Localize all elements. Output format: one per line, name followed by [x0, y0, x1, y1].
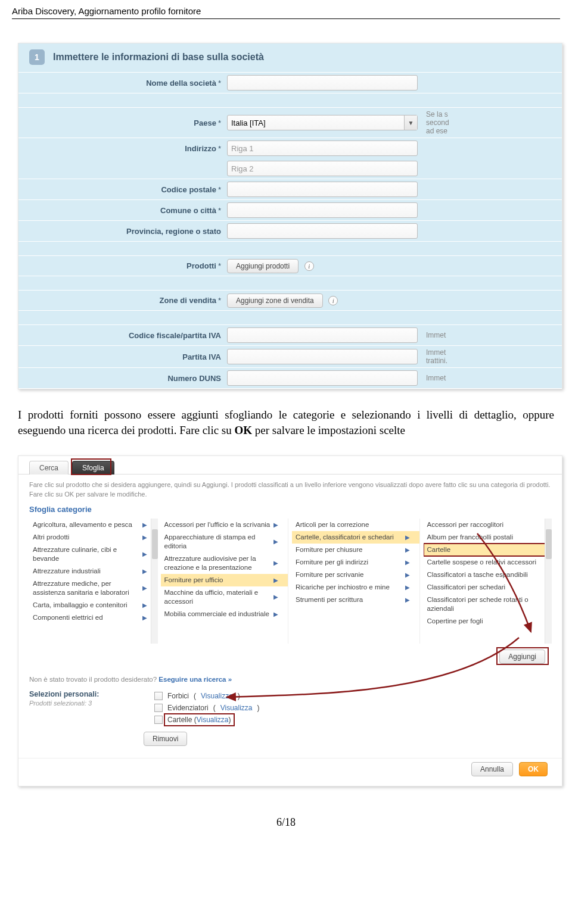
add-zones-button[interactable]: Aggiungi zone di vendita	[227, 294, 323, 308]
doc-header: Ariba Discovery, Aggiornamento profilo f…	[0, 0, 572, 18]
cat-item[interactable]: Cartelle sospese o relativi accessori	[424, 556, 551, 569]
cat-item[interactable]: Copertine per fogli	[424, 615, 551, 628]
cat-item[interactable]: Attrezzature culinarie, cibi e bevande▶	[29, 544, 157, 565]
visualizza-link[interactable]: Visualizza	[197, 716, 229, 724]
input-address-1[interactable]	[227, 141, 418, 156]
cat-item[interactable]: Apparecchiature di stampa ed editoria▶	[161, 531, 288, 552]
label-province: Provincia, regione o stato	[18, 227, 227, 236]
not-found-row: Non è stato trovato il prodotto desidera…	[18, 670, 562, 684]
cat-item[interactable]: Classificatori a tasche espandibili	[424, 569, 551, 581]
selection-item: Evidenziatori (Visualizza)	[154, 702, 260, 714]
label-city: Comune o città*	[18, 206, 227, 215]
cat-item[interactable]: Ricariche per inchiostro e mine▶	[292, 581, 419, 594]
label-products: Prodotti*	[18, 261, 227, 270]
cat-item[interactable]: Forniture per chiusure▶	[292, 544, 419, 556]
info-icon[interactable]: i	[304, 261, 314, 271]
label-fiscal: Codice fiscale/partita IVA	[18, 331, 227, 340]
visualizza-link[interactable]: Visualizza	[220, 704, 253, 712]
input-duns[interactable]	[227, 370, 418, 386]
help-duns: Immet	[424, 374, 446, 382]
cat-item[interactable]: Mobilia commerciale ed industriale▶	[161, 608, 288, 620]
checkbox[interactable]	[154, 692, 163, 700]
cat-item[interactable]: Classificatori per schedari	[424, 581, 551, 594]
label-country: Paese*	[18, 118, 227, 127]
cat-item[interactable]: Attrezzature audiovisive per la creazion…	[161, 552, 288, 574]
add-button[interactable]: Aggiungi	[499, 650, 545, 664]
header-rule	[12, 18, 560, 19]
step-header: 1 Immettere le informazioni di base sull…	[18, 43, 562, 73]
tab-browse[interactable]: Sfoglia	[72, 461, 114, 475]
scrollbar[interactable]	[545, 519, 552, 644]
page-number: 6/18	[0, 786, 572, 841]
input-postal[interactable]	[227, 182, 418, 197]
add-products-button[interactable]: Aggiungi prodotti	[227, 259, 299, 273]
selections-title: Selezioni personali:	[29, 690, 136, 698]
label-vat: Partita IVA	[18, 352, 227, 361]
cat-item[interactable]: Macchine da ufficio, materiali e accesso…	[161, 586, 288, 608]
cat-item[interactable]: Attrezzature mediche, per assistenza san…	[29, 578, 157, 599]
cat-item[interactable]: Album per francobolli postali	[424, 531, 551, 544]
label-postal: Codice postale*	[18, 185, 227, 194]
remove-button[interactable]: Rimuovi	[144, 732, 187, 746]
step-title: Immettere le informazioni di base sulla …	[53, 52, 264, 63]
input-province[interactable]	[227, 223, 418, 239]
cat-item[interactable]: Attrezzature industriali▶	[29, 565, 157, 578]
cat-item-highlighted[interactable]: Cartelle	[424, 544, 551, 556]
category-columns: Agricoltura, allevamento e pesca▶ Altri …	[18, 519, 562, 647]
tab-search[interactable]: Cerca	[29, 461, 69, 475]
instruction-text: Fare clic sul prodotto che si desidera a…	[18, 475, 562, 504]
body-paragraph: I prodotti forniti possono essere aggiun…	[18, 407, 554, 438]
label-zones: Zone di vendita*	[18, 296, 227, 305]
ok-button[interactable]: OK	[519, 762, 548, 776]
label-duns: Numero DUNS	[18, 374, 227, 383]
browse-subhead: Sfoglia categorie	[18, 504, 562, 519]
cat-item[interactable]: Forniture per scrivanie▶	[292, 569, 419, 581]
selection-item: Cartelle (Visualizza)	[154, 714, 260, 726]
scrollbar[interactable]	[151, 519, 158, 644]
cancel-button[interactable]: Annulla	[471, 762, 513, 776]
cat-item-selected[interactable]: Cartelle, classificatori e schedari▶	[292, 531, 419, 544]
cat-item[interactable]: Strumenti per scrittura▶	[292, 594, 419, 606]
cat-item[interactable]: Forniture per gli indirizzi▶	[292, 556, 419, 569]
cat-item-selected[interactable]: Forniture per ufficio▶	[161, 574, 288, 586]
cat-item[interactable]: Altri prodotti▶	[29, 531, 157, 544]
form-screenshot: 1 Immettere le informazioni di base sull…	[18, 43, 562, 389]
select-country[interactable]: Italia [ITA]	[227, 115, 418, 130]
label-address: Indirizzo*	[18, 144, 227, 153]
cat-item[interactable]: Accessori per l'ufficio e la scrivania▶	[161, 519, 288, 531]
help-country: Se la s second ad ese	[424, 110, 449, 135]
input-fiscal[interactable]	[227, 327, 418, 343]
cat-item[interactable]: Componenti elettrici ed▶	[29, 611, 157, 624]
help-fiscal: Immet	[424, 331, 446, 339]
cat-item[interactable]: Articoli per la correzione	[292, 519, 419, 531]
input-city[interactable]	[227, 202, 418, 218]
info-icon[interactable]: i	[328, 296, 338, 305]
cat-item[interactable]: Carta, imballaggio e contenitori▶	[29, 599, 157, 611]
label-company: Nome della società*	[18, 79, 227, 88]
step-badge: 1	[29, 49, 45, 65]
selection-item: Forbici (Visualizza)	[154, 690, 260, 702]
selections-count: Prodotti selezionati: 3	[29, 700, 136, 707]
input-company[interactable]	[227, 75, 418, 90]
checkbox[interactable]	[154, 704, 163, 712]
cat-item[interactable]: Accessori per raccoglitori	[424, 519, 551, 531]
checkbox[interactable]	[154, 716, 163, 724]
browse-screenshot: Cerca Sfoglia Fare clic sul prodotto che…	[18, 455, 562, 786]
cat-item[interactable]: Classificatori per schede rotanti o azie…	[424, 594, 551, 615]
cat-item[interactable]: Agricoltura, allevamento e pesca▶	[29, 519, 157, 531]
help-vat: Immettrattini.	[424, 348, 447, 365]
input-vat[interactable]	[227, 349, 418, 364]
input-address-2[interactable]	[227, 161, 418, 176]
visualizza-link[interactable]: Visualizza	[201, 692, 233, 700]
search-link[interactable]: Eseguire una ricerca »	[158, 676, 232, 683]
